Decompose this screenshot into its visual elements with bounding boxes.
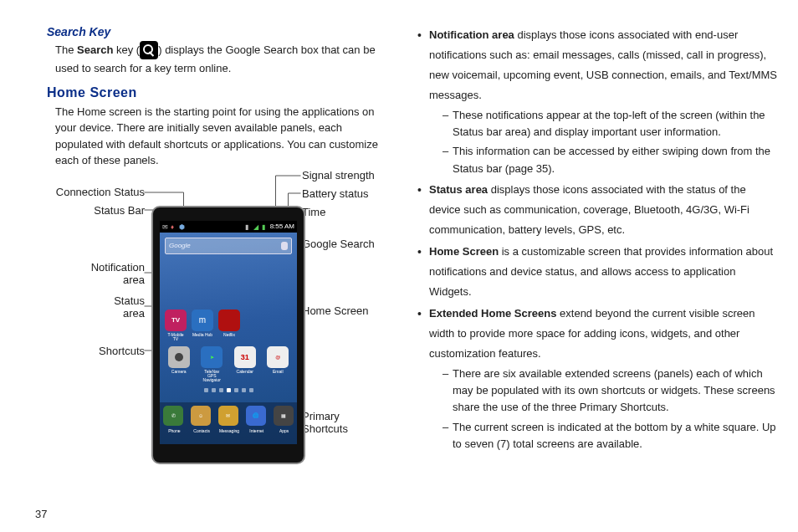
term: Home Screen <box>429 245 499 258</box>
term: Extended Home Screens <box>429 307 556 320</box>
home-screen-heading: Home Screen <box>47 85 387 100</box>
dock-icon: 🌐Internet <box>246 406 266 426</box>
app-icon: TVT-Mobile TV <box>165 309 187 331</box>
app-icon: ➤TeleNav GPS Navigator <box>201 346 223 368</box>
google-search-widget: Google <box>165 238 292 254</box>
label-google-search: Google Search <box>302 238 375 250</box>
list-item: Status area displays those icons associa… <box>414 180 780 240</box>
home-screen-diagram: Connection Status Status Bar Notificatio… <box>47 172 387 465</box>
search-term: Search <box>77 43 113 56</box>
notif-icon: ⬢ <box>179 223 186 230</box>
shortcut-row-1: TVT-Mobile TV mMedia Hub Netflix <box>160 306 297 331</box>
page-indicator <box>160 388 297 392</box>
search-key-paragraph: The Search key () displays the Google Se… <box>55 42 387 77</box>
list-item: This information can be accessed by eith… <box>429 143 780 176</box>
label-battery-status: Battery status <box>302 187 368 200</box>
label-notification-area: Notification area <box>91 261 145 286</box>
manual-page: Search Key The Search key () displays th… <box>0 0 798 532</box>
home-screen-paragraph: The Home screen is the starting point fo… <box>55 104 387 169</box>
list-item: Notification area displays those icons a… <box>414 25 780 177</box>
text: key ( <box>113 43 140 56</box>
label-status-bar: Status Bar <box>94 204 145 217</box>
signal-bars-icon: ◢ <box>253 223 260 230</box>
label-connection-status: Connection Status <box>56 186 145 198</box>
mic-icon <box>281 242 288 250</box>
page-number: 37 <box>35 508 47 520</box>
left-column: Search Key The Search key () displays th… <box>47 25 387 524</box>
list-item: There are six available extended screens… <box>429 366 780 416</box>
term: Status area <box>429 183 488 196</box>
notif-icon: ✉ <box>162 223 169 230</box>
search-key-heading: Search Key <box>47 25 387 38</box>
app-icon: 31Calendar <box>234 346 256 368</box>
notif-icon: ♦ <box>171 223 177 230</box>
label-signal-strength: Signal strength <box>302 169 375 182</box>
text: The <box>55 43 77 56</box>
right-column: Notification area displays those icons a… <box>414 25 780 524</box>
app-icon: Netflix <box>218 309 240 331</box>
app-icon: @Email <box>267 346 289 368</box>
battery-icon: ▮ <box>262 223 269 230</box>
dock-icon: ✉Messaging <box>218 406 238 426</box>
dock-icon: ✆Phone <box>163 406 183 426</box>
term: Notification area <box>429 28 514 41</box>
google-search-label: Google <box>169 242 191 249</box>
dock-icon: ▦Apps <box>274 406 294 426</box>
phone-mockup: ✉ ♦ ⬢ ▮ ◢ ▮ 8:55 AM Google <box>151 206 305 464</box>
feature-list: Notification area displays those icons a… <box>414 25 780 453</box>
clock: 8:55 AM <box>270 223 294 230</box>
status-bar: ✉ ♦ ⬢ ▮ ◢ ▮ 8:55 AM <box>160 221 297 233</box>
app-icon: Camera <box>168 346 190 368</box>
phone-screen: ✉ ♦ ⬢ ▮ ◢ ▮ 8:55 AM Google <box>160 221 297 444</box>
app-icon: mMedia Hub <box>192 309 213 331</box>
label-time: Time <box>302 206 325 218</box>
search-icon <box>140 41 158 59</box>
dock-icon: ☺Contacts <box>191 406 211 426</box>
shortcut-row-2: Camera ➤TeleNav GPS Navigator 31Calendar… <box>160 343 297 368</box>
signal-icon: ▮ <box>245 223 252 230</box>
list-item: Extended Home Screens extend beyond the … <box>414 304 780 453</box>
label-home-screen: Home Screen <box>302 304 368 317</box>
label-primary-shortcuts: Primary Shortcuts <box>302 410 348 435</box>
list-item: These notifications appear at the top-le… <box>429 107 780 141</box>
primary-shortcuts-dock: ✆Phone ☺Contacts ✉Messaging 🌐Internet ▦A… <box>160 402 297 444</box>
label-status-area: Status area <box>114 294 145 320</box>
list-item: Home Screen is a customizable screen tha… <box>414 242 780 302</box>
label-shortcuts: Shortcuts <box>99 345 145 357</box>
list-item: The current screen is indicated at the b… <box>429 419 780 453</box>
